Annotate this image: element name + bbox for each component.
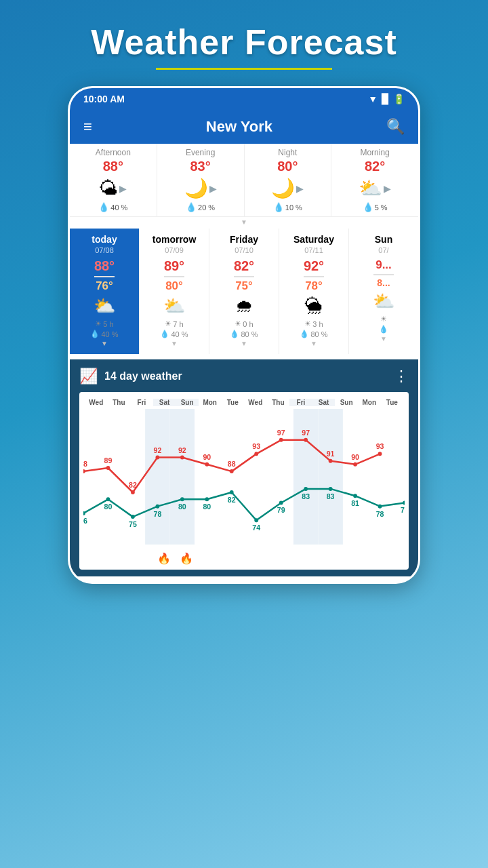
svg-text:97: 97: [277, 429, 285, 437]
day-sun-3: ☀ 3 h: [281, 319, 347, 328]
hour-label-1: Evening: [160, 148, 241, 157]
raindrop-icon-1: 💧: [186, 202, 197, 212]
signal-icon: ▉: [382, 94, 389, 104]
day-low-2: 75°: [211, 279, 277, 293]
forecast14-section: 📈 14 day weather ⋮ WedThuFriSatSunMonTue…: [70, 359, 418, 576]
day-low-0: 76°: [71, 279, 138, 293]
title-underline: [156, 68, 332, 70]
day-scroll-0: ▼: [71, 338, 138, 349]
bottom-icon-cell-8: [267, 551, 290, 566]
svg-point-34: [131, 515, 135, 519]
svg-text:80: 80: [178, 502, 186, 511]
search-button[interactable]: 🔍: [386, 118, 405, 136]
svg-text:80: 80: [203, 502, 211, 511]
day-label-item-6: Tue: [221, 399, 244, 406]
day-name-0: today: [71, 234, 138, 245]
svg-point-42: [230, 490, 234, 494]
flame-icon-3: 🔥: [157, 553, 171, 564]
svg-rect-1: [170, 409, 195, 545]
svg-text:90: 90: [203, 453, 211, 461]
hourly-scroll-indicator: ▼: [70, 217, 418, 227]
day-high-3: 92°: [281, 258, 347, 274]
svg-point-22: [304, 438, 308, 442]
svg-text:79: 79: [277, 506, 285, 514]
day-divider-0: [94, 276, 115, 277]
svg-text:93: 93: [252, 442, 260, 450]
day-icon-4: ⛅: [350, 291, 417, 312]
hour-temp-0: 88°: [73, 159, 154, 174]
day-icon-2: 🌧: [211, 296, 277, 317]
hour-temp-3: 82°: [334, 159, 415, 174]
hour-rain-2: 💧 10 %: [247, 202, 329, 212]
hour-col-evening: Evening 83° 🌙▶ 💧 20 %: [157, 144, 245, 216]
day-label-item-7: Wed: [244, 399, 267, 406]
bottom-icon-cell-2: [129, 551, 152, 566]
flame-icon-4: 🔥: [180, 553, 193, 564]
app-title: Weather Forecast: [91, 22, 396, 62]
day-icon-3: 🌦: [281, 296, 347, 317]
rain-icon-4: 💧: [379, 325, 388, 334]
day-name-1: tomorrow: [141, 234, 207, 245]
sun-icon-3: ☀: [304, 319, 311, 328]
hourly-section: Afternoon 88° 🌤▶ 💧 40 % Evening 83° 🌙▶ 💧: [70, 144, 418, 227]
day-scroll-1: ▼: [141, 338, 207, 349]
hour-icon-0: 🌤▶: [73, 177, 154, 199]
day-col-saturday[interactable]: Saturday 07/11 92° 78° 🌦 ☀ 3 h 💧 80 % ▼: [279, 229, 349, 354]
day-label-item-4: Sun: [176, 399, 199, 406]
svg-text:92: 92: [178, 446, 186, 454]
chart-line-icon: 📈: [79, 368, 98, 385]
day-col-friday[interactable]: Friday 07/10 82° 75° 🌧 ☀ 0 h 💧 80 % ▼: [209, 229, 279, 354]
day-date-0: 07/08: [71, 246, 138, 254]
hour-rain-3: 💧 5 %: [334, 202, 415, 212]
menu-button[interactable]: ≡: [83, 118, 92, 136]
forecast14-title: 📈 14 day weather: [79, 368, 182, 385]
svg-point-28: [378, 452, 382, 456]
bottom-icon-cell-4: 🔥: [175, 551, 198, 566]
sun-icon-1: ☀: [165, 319, 171, 328]
raindrop-icon-0: 💧: [98, 202, 109, 212]
svg-text:88: 88: [228, 460, 236, 468]
svg-point-18: [254, 452, 258, 456]
day-low-4: 8...: [350, 277, 417, 288]
day-col-today[interactable]: today 07/08 88° 76° ⛅ ☀ 5 h 💧 40 % ▼: [70, 229, 140, 354]
sun-icon-0: ☀: [95, 319, 102, 328]
day-label-item-2: Fri: [130, 399, 153, 406]
status-time: 10:00 AM: [83, 94, 125, 104]
day-rain-4: 💧: [350, 325, 417, 334]
hour-col-morning: Morning 82° ⛅▶ 💧 5 %: [331, 144, 418, 216]
bottom-icon-cell-7: [244, 551, 267, 566]
day-rain-3: 💧 80 %: [281, 330, 347, 338]
sun-icon-2: ☀: [235, 319, 241, 328]
day-scroll-2: ▼: [211, 338, 277, 349]
day-date-1: 07/09: [141, 246, 207, 254]
svg-point-26: [353, 462, 357, 467]
more-options-button[interactable]: ⋮: [394, 368, 409, 385]
day-col-tomorrow[interactable]: tomorrow 07/09 89° 80° ⛅ ☀ 7 h 💧 40 % ▼: [140, 229, 209, 354]
rain-icon-0: 💧: [90, 330, 100, 338]
svg-point-14: [205, 462, 209, 467]
svg-rect-3: [318, 409, 342, 545]
day-low-1: 80°: [141, 279, 207, 293]
day-name-3: Saturday: [281, 234, 347, 245]
hour-rain-0: 💧 40 %: [73, 202, 154, 212]
hour-label-2: Night: [247, 148, 329, 157]
day-labels-row: WedThuFriSatSunMonTueWedThuFriSatSunMonT…: [83, 399, 405, 406]
day-date-3: 07/11: [281, 246, 347, 254]
rain-icon-3: 💧: [300, 330, 309, 338]
day-sun-4: ☀: [350, 315, 417, 323]
day-label-item-1: Thu: [108, 399, 131, 406]
svg-text:80: 80: [104, 502, 113, 511]
svg-text:89: 89: [104, 456, 113, 465]
day-icon-0: ⛅: [71, 296, 138, 317]
day-scroll-4: ▼: [350, 334, 417, 344]
hour-temp-1: 83°: [160, 159, 241, 174]
day-col-sun[interactable]: Sun 07/ 9... 8... ⛅ ☀ 💧 ▼: [349, 229, 418, 354]
bottom-icon-cell-3: 🔥: [152, 551, 176, 566]
day-label-item-5: Mon: [199, 399, 222, 406]
day-rain-0: 💧 40 %: [71, 330, 138, 338]
svg-text:83: 83: [302, 492, 310, 500]
hour-temp-2: 80°: [247, 159, 329, 174]
svg-point-24: [329, 459, 333, 463]
day-label-item-11: Sun: [335, 399, 358, 406]
svg-point-8: [131, 490, 135, 494]
